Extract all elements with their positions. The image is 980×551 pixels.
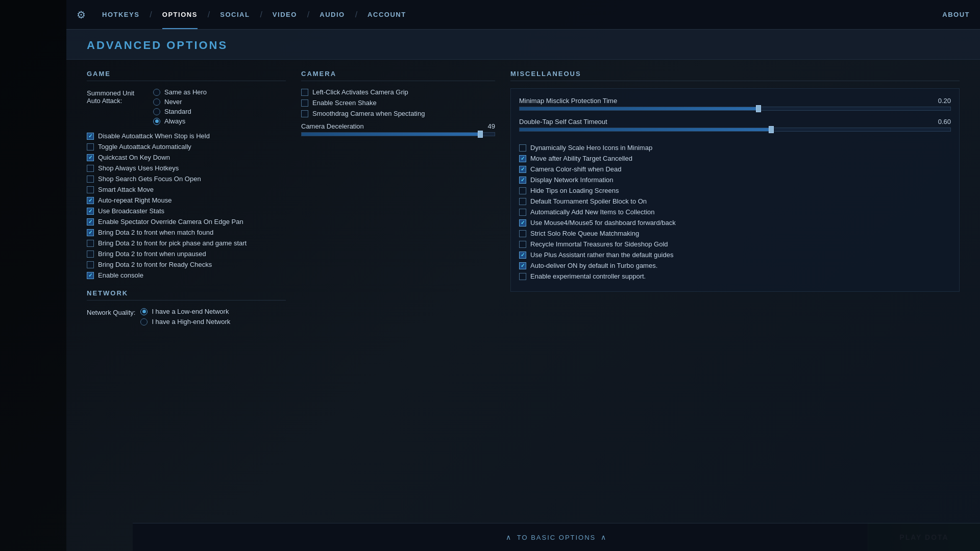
cb-recycle-immortal[interactable] <box>519 241 526 248</box>
cb-label-dynamically-scale: Dynamically Scale Hero Icons in Minimap <box>530 144 652 152</box>
cb-dynamically-scale[interactable] <box>519 144 526 152</box>
cb-row-5: Smart Attack Move <box>87 186 286 193</box>
nav-item-social[interactable]: SOCIAL <box>212 0 258 29</box>
cb-experimental-controller[interactable] <box>519 273 526 280</box>
cb-row-6: Auto-repeat Right Mouse <box>87 196 286 204</box>
cb-screen-shake: Enable Screen Shake <box>301 99 495 107</box>
cb-label-auto-add-items: Automatically Add New Items to Collectio… <box>530 208 655 216</box>
cb-bring-front-ready[interactable] <box>87 261 94 268</box>
cb-bring-front-unpause[interactable] <box>87 251 94 258</box>
radio-standard[interactable]: Standard <box>153 108 207 115</box>
cb-bring-front-pick[interactable] <box>87 240 94 247</box>
cb-display-network[interactable] <box>519 177 526 184</box>
cb-left-click-camera-btn[interactable] <box>301 89 308 96</box>
cb-bring-front-match[interactable] <box>87 229 94 236</box>
cb-label-smoothdrag: Smoothdrag Camera when Spectating <box>312 110 425 117</box>
bottom-bar: ∧ TO BASIC OPTIONS ∧ <box>133 523 980 551</box>
page-title-bar: ADVANCED OPTIONS <box>66 30 980 60</box>
cb-misc-11: Auto-deliver ON by default in Turbo game… <box>519 262 951 269</box>
cb-move-after-cancel[interactable] <box>519 155 526 162</box>
cb-label-hide-tips: Hide Tips on Loading Screens <box>530 187 619 194</box>
nav-item-hotkeys[interactable]: HOTKEYS <box>94 0 148 29</box>
cb-shop-search[interactable] <box>87 176 94 183</box>
cb-row-8: Enable Spectator Override Camera On Edge… <box>87 218 286 226</box>
cb-label-spectator-override: Enable Spectator Override Camera On Edge… <box>98 218 243 226</box>
cb-label-toggle-autoattack: Toggle Autoattack Automatically <box>98 143 191 151</box>
cb-disable-autoattack[interactable] <box>87 133 94 140</box>
cb-misc-12: Enable experimental controller support. <box>519 272 951 280</box>
radio-same-as-hero[interactable]: Same as Hero <box>153 88 207 96</box>
cb-label-bring-front-ready: Bring Dota 2 to front for Ready Checks <box>98 261 212 268</box>
cb-toggle-autoattack[interactable] <box>87 143 94 151</box>
cb-tournament-spoiler[interactable] <box>519 198 526 205</box>
main-container: ⚙ HOTKEYS / OPTIONS / SOCIAL / VIDEO / A… <box>66 0 980 551</box>
minimap-slider-label: Minimap Misclick Protection Time <box>519 97 617 105</box>
cb-row-11: Bring Dota 2 to front when unpaused <box>87 250 286 258</box>
cb-label-strict-solo: Strict Solo Role Queue Matchmaking <box>530 230 639 237</box>
nav-item-account[interactable]: ACCOUNT <box>359 0 414 29</box>
minimap-slider-track[interactable] <box>519 107 951 111</box>
nav-sep-1: / <box>150 10 152 19</box>
radio-label-never: Never <box>164 98 182 106</box>
cb-mouse45[interactable] <box>519 219 526 227</box>
cb-screen-shake-btn[interactable] <box>301 99 308 107</box>
cb-label-auto-deliver-turbo: Auto-deliver ON by default in Turbo game… <box>530 262 657 269</box>
cb-camera-colorshift[interactable] <box>519 166 526 173</box>
cb-autorepeat-mouse[interactable] <box>87 197 94 204</box>
nav-item-video[interactable]: VIDEO <box>264 0 305 29</box>
radio-btn-same-as-hero[interactable] <box>153 89 160 96</box>
cb-label-move-after-cancel: Move after Ability Target Cancelled <box>530 155 632 162</box>
camera-section-title: CAMERA <box>301 70 495 81</box>
misc-section-title: MISCELLANEOUS <box>510 70 960 81</box>
radio-high-end[interactable]: I have a High-end Network <box>140 318 230 325</box>
cb-auto-deliver-turbo[interactable] <box>519 262 526 269</box>
radio-label-standard: Standard <box>164 108 191 115</box>
nav-item-options[interactable]: OPTIONS <box>154 0 206 29</box>
radio-btn-always[interactable] <box>153 118 160 125</box>
minimap-slider-thumb[interactable] <box>756 105 761 112</box>
doubletap-slider-label: Double-Tap Self Cast Timeout <box>519 118 607 126</box>
camera-decel-value: 49 <box>488 122 495 130</box>
radio-label-low-end: I have a Low-end Network <box>152 308 229 315</box>
radio-btn-low-end[interactable] <box>140 308 148 315</box>
radio-btn-standard[interactable] <box>153 108 160 115</box>
cb-row-4: Shop Search Gets Focus On Open <box>87 175 286 183</box>
nav-item-about[interactable]: ABOUT <box>942 11 970 18</box>
cb-smoothdrag-btn[interactable] <box>301 110 308 117</box>
camera-decel-thumb[interactable] <box>478 131 483 138</box>
cb-enable-console[interactable] <box>87 272 94 279</box>
cb-broadcaster-stats[interactable] <box>87 208 94 215</box>
network-section-title: NETWORK <box>87 289 286 300</box>
cb-use-plus[interactable] <box>519 252 526 259</box>
cb-row-3: Shop Always Uses Hotkeys <box>87 164 286 172</box>
cb-hide-tips[interactable] <box>519 187 526 194</box>
cb-label-left-click-camera: Left-Click Activates Camera Grip <box>312 88 408 96</box>
camera-decel-track[interactable] <box>301 132 495 136</box>
arrow-up-left: ∧ <box>506 533 512 541</box>
misc-panel: Minimap Misclick Protection Time 0.20 Do… <box>510 88 960 292</box>
doubletap-slider-thumb[interactable] <box>769 126 774 133</box>
cb-misc-10: Use Plus Assistant rather than the defau… <box>519 251 951 259</box>
cb-strict-solo[interactable] <box>519 230 526 237</box>
top-nav: ⚙ HOTKEYS / OPTIONS / SOCIAL / VIDEO / A… <box>66 0 980 30</box>
nav-item-audio[interactable]: AUDIO <box>311 0 353 29</box>
cb-quickcast[interactable] <box>87 154 94 161</box>
radio-btn-never[interactable] <box>153 98 160 106</box>
doubletap-slider-fill <box>520 128 770 131</box>
radio-always[interactable]: Always <box>153 117 207 125</box>
cb-spectator-override[interactable] <box>87 218 94 226</box>
misc-column: MISCELLANEOUS Minimap Misclick Protectio… <box>510 70 960 510</box>
basic-options-label: TO BASIC OPTIONS <box>517 534 596 541</box>
cb-shop-hotkeys[interactable] <box>87 165 94 172</box>
cb-label-camera-colorshift: Camera Color-shift when Dead <box>530 165 621 173</box>
radio-never[interactable]: Never <box>153 98 207 106</box>
radio-btn-high-end[interactable] <box>140 318 148 325</box>
basic-options-button[interactable]: ∧ TO BASIC OPTIONS ∧ <box>506 533 607 541</box>
radio-low-end[interactable]: I have a Low-end Network <box>140 308 230 315</box>
cb-row-9: Bring Dota 2 to front when match found <box>87 229 286 236</box>
minimap-slider-fill <box>520 107 756 110</box>
cb-smart-attack[interactable] <box>87 186 94 193</box>
content-area: GAME Summoned Unit Auto Attack: Same as … <box>66 60 980 520</box>
cb-auto-add-items[interactable] <box>519 209 526 216</box>
doubletap-slider-track[interactable] <box>519 128 951 132</box>
